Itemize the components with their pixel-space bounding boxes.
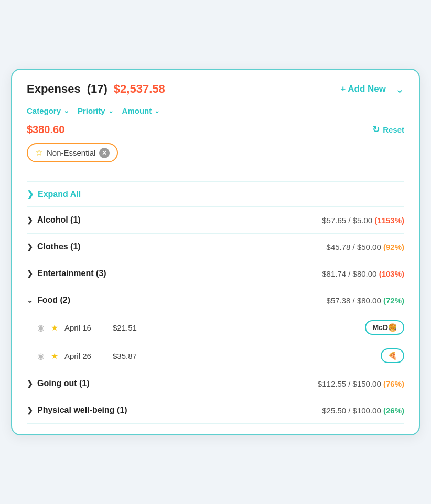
food-item-1-star-icon[interactable]: ★ (51, 323, 58, 333)
reset-label: Reset (383, 125, 404, 134)
category-left-going-out: ❯ Going out (1) (27, 379, 90, 388)
entertainment-name: Entertainment (3) (37, 269, 106, 278)
physical-name: Physical well-being (1) (37, 406, 127, 415)
header-chevron-down-icon[interactable]: ⌄ (395, 83, 404, 95)
add-new-button[interactable]: + Add New (340, 84, 386, 94)
category-filter-label: Category (27, 106, 61, 115)
food-item-2-star-icon[interactable]: ★ (51, 351, 58, 361)
amount-filter-button[interactable]: Amount ⌄ (122, 106, 160, 115)
category-row-entertainment[interactable]: ❯ Entertainment (3) $81.74 / $80.00 (103… (27, 260, 404, 287)
clothes-chevron-icon: ❯ (27, 243, 33, 251)
food-name: Food (2) (37, 295, 70, 305)
physical-pct: (26%) (383, 406, 404, 415)
alcohol-amounts: $57.65 / $5.00 (1153%) (322, 216, 404, 225)
category-row-physical[interactable]: ❯ Physical well-being (1) $25.50 / $100.… (27, 397, 404, 423)
entertainment-amounts: $81.74 / $80.00 (103%) (322, 269, 404, 278)
physical-chevron-icon: ❯ (27, 406, 33, 414)
category-row-food[interactable]: ⌄ Food (2) $57.38 / $80.00 (72%) (27, 287, 404, 313)
tag-label: Non-Essential (47, 148, 95, 157)
food-item-1-amount: $21.51 (113, 323, 149, 332)
amount-row: $380.60 ↻ Reset (27, 124, 404, 136)
priority-chevron-icon: ⌄ (108, 107, 114, 115)
going-out-amounts: $112.55 / $150.00 (76%) (318, 379, 404, 388)
reset-button[interactable]: ↻ Reset (372, 124, 404, 135)
filtered-amount: $380.60 (27, 124, 64, 136)
going-out-chevron-icon: ❯ (27, 379, 33, 388)
non-essential-filter-tag: ☆ Non-Essential ✕ (27, 143, 118, 162)
entertainment-pct: (103%) (379, 269, 404, 278)
amount-filter-label: Amount (122, 106, 152, 115)
category-left-alcohol: ❯ Alcohol (1) (27, 215, 81, 225)
priority-filter-label: Priority (78, 106, 105, 115)
going-out-pct: (76%) (383, 379, 404, 388)
clothes-pct: (92%) (383, 243, 404, 251)
expand-all-chevron-icon: ❯ (27, 189, 34, 199)
expenses-card: Expenses (17) $2,537.58 + Add New ⌄ Cate… (11, 69, 420, 435)
amount-chevron-icon: ⌄ (154, 107, 160, 115)
food-item-2: ◉ ★ April 26 $35.87 🍕 (27, 342, 404, 370)
card-header: Expenses (17) $2,537.58 + Add New ⌄ (27, 82, 404, 96)
food-item-1-date: April 16 (64, 323, 106, 332)
clothes-amounts: $45.78 / $50.00 (92%) (327, 243, 404, 251)
alcohol-pct: (1153%) (374, 216, 404, 225)
food-chevron-icon: ⌄ (27, 296, 33, 304)
category-left-clothes: ❯ Clothes (1) (27, 242, 81, 251)
category-row-clothes[interactable]: ❯ Clothes (1) $45.78 / $50.00 (92%) (27, 234, 404, 260)
clothes-name: Clothes (1) (37, 242, 81, 251)
category-filter-button[interactable]: Category ⌄ (27, 106, 69, 115)
category-left-food: ⌄ Food (2) (27, 295, 70, 305)
category-row-going-out[interactable]: ❯ Going out (1) $112.55 / $150.00 (76%) (27, 370, 404, 397)
alcohol-chevron-icon: ❯ (27, 216, 33, 224)
reset-icon: ↻ (372, 124, 380, 135)
food-item-1-merchant-badge[interactable]: McD🍔 (365, 320, 404, 335)
category-chevron-icon: ⌄ (63, 107, 69, 115)
priority-filter-button[interactable]: Priority ⌄ (78, 106, 114, 115)
tag-star-icon: ☆ (35, 147, 43, 158)
expenses-total: $2,537.58 (114, 82, 165, 96)
physical-amounts: $25.50 / $100.00 (26%) (322, 406, 404, 415)
food-item-2-amount: $35.87 (113, 352, 149, 360)
add-new-label: + Add New (340, 84, 386, 94)
food-item-1-merchant: McD🍔 (365, 320, 404, 335)
header-left: Expenses (17) $2,537.58 (27, 82, 165, 96)
food-pct: (72%) (383, 296, 404, 305)
food-item-2-merchant: 🍕 (381, 348, 404, 363)
entertainment-chevron-icon: ❯ (27, 269, 33, 278)
food-amounts: $57.38 / $80.00 (72%) (327, 296, 404, 305)
header-right: + Add New ⌄ (340, 83, 404, 95)
expenses-count: (17) (87, 82, 107, 96)
going-out-name: Going out (1) (37, 379, 90, 388)
category-row-alcohol[interactable]: ❯ Alcohol (1) $57.65 / $5.00 (1153%) (27, 207, 404, 233)
food-item-1: ◉ ★ April 16 $21.51 McD🍔 (27, 313, 404, 342)
expenses-title: Expenses (27, 82, 81, 96)
filters-row: Category ⌄ Priority ⌄ Amount ⌄ (27, 106, 404, 115)
tag-close-button[interactable]: ✕ (99, 148, 110, 158)
expand-all-row[interactable]: ❯ Expand All (27, 182, 404, 206)
category-left-physical: ❯ Physical well-being (1) (27, 406, 127, 415)
food-item-2-date: April 26 (64, 352, 106, 360)
food-item-2-eye-icon[interactable]: ◉ (37, 351, 45, 361)
expand-all-label[interactable]: Expand All (38, 190, 81, 199)
food-item-1-eye-icon[interactable]: ◉ (37, 323, 45, 333)
active-filter-tag-container: ☆ Non-Essential ✕ (27, 143, 404, 172)
category-left-entertainment: ❯ Entertainment (3) (27, 269, 106, 278)
food-item-2-merchant-badge[interactable]: 🍕 (381, 348, 404, 363)
alcohol-name: Alcohol (1) (37, 215, 81, 225)
divider-physical (27, 423, 404, 424)
